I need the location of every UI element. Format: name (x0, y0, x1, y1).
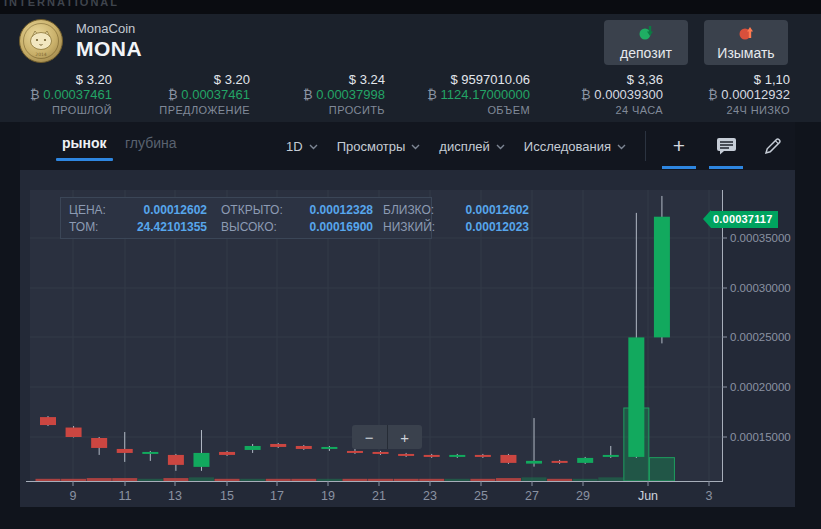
svg-text:0.00030000: 0.00030000 (730, 282, 791, 294)
svg-text:2014: 2014 (35, 52, 47, 57)
deposit-coin-down-icon (638, 25, 655, 43)
svg-text:13: 13 (168, 489, 182, 503)
display-dropdown[interactable]: дисплей (439, 139, 504, 154)
zoom-in-button[interactable]: + (388, 425, 423, 449)
chart-panel: рынок глубина 1D Просмотры дисплей Иссле… (20, 122, 795, 507)
price-tag-arrow-icon (703, 210, 711, 228)
top-banner: INTERNATIONAL (0, 0, 821, 14)
btc-symbol: ₿ (427, 87, 437, 102)
legend-label: ОТКРЫТО: (207, 203, 285, 217)
top-banner-text: INTERNATIONAL (4, 0, 821, 8)
ohlc-legend: ЦЕНА: 0.00012602 ОТКРЫТО: 0.00012328 БЛИ… (60, 197, 432, 239)
studies-dropdown[interactable]: Исследования (524, 139, 626, 154)
chevron-down-icon (411, 144, 420, 150)
pencil-icon (763, 136, 783, 156)
legend-value: 0.00012023 (441, 220, 529, 234)
chart-controls: 1D Просмотры дисплей Исследования + (286, 122, 787, 170)
legend-value: 0.00012328 (285, 203, 373, 217)
legend-label: ЦЕНА: (69, 203, 119, 217)
svg-text:19: 19 (321, 489, 335, 503)
svg-text:27: 27 (525, 489, 539, 503)
svg-text:9: 9 (70, 489, 77, 503)
price-tag-value: 0.00037117 (711, 211, 778, 228)
svg-text:11: 11 (119, 489, 132, 503)
timeframe-dropdown[interactable]: 1D (286, 139, 318, 154)
svg-text:0.00025000: 0.00025000 (730, 331, 791, 343)
chevron-down-icon (496, 144, 505, 150)
legend-label: ТОМ: (69, 220, 119, 234)
svg-text:29: 29 (576, 489, 590, 503)
svg-text:21: 21 (372, 489, 386, 503)
news-feed-button[interactable] (712, 132, 740, 160)
zoom-out-button[interactable]: − (352, 425, 387, 449)
draw-button[interactable] (759, 132, 787, 160)
add-study-button[interactable]: + (665, 132, 693, 160)
svg-text:0.00035000: 0.00035000 (730, 232, 791, 244)
svg-text:15: 15 (220, 489, 234, 503)
legend-value: 24.42101355 (119, 220, 207, 234)
ticker-stats-row: $ 3.20 ₿ 0.00037461 ПРОШЛОЙ $ 3.20 ₿ 0.0… (0, 72, 790, 118)
plus-icon: + (673, 136, 685, 156)
chart-tabs-strip: рынок глубина 1D Просмотры дисплей Иссле… (20, 122, 795, 170)
btc-symbol: ₿ (168, 87, 178, 102)
stat-24h-high: $ 3,36 ₿ 0.00039300 24 ЧАСА (530, 72, 663, 118)
tab-depth[interactable]: глубина (125, 135, 176, 151)
stat-last: $ 3.20 ₿ 0.00037461 ПРОШЛОЙ (0, 72, 112, 118)
svg-text:25: 25 (474, 489, 488, 503)
legend-label: ВЫСОКО: (207, 220, 285, 234)
chevron-down-icon (617, 144, 626, 150)
btc-symbol: ₿ (303, 87, 313, 102)
withdraw-button[interactable]: Изымать (704, 20, 788, 65)
legend-value: 0.00012602 (441, 203, 529, 217)
legend-label: НИЗКИЙ: (373, 220, 441, 234)
toolbar-divider (645, 131, 646, 161)
withdraw-label: Изымать (717, 45, 774, 61)
withdraw-coin-up-icon (738, 25, 755, 43)
chevron-down-icon (309, 144, 318, 150)
svg-text:17: 17 (270, 489, 284, 503)
btc-symbol: ₿ (708, 87, 718, 102)
legend-value: 0.00012602 (119, 203, 207, 217)
svg-text:Jun: Jun (638, 489, 658, 503)
last-price-tag: 0.00037117 (703, 210, 778, 228)
chart-zoom-controls: − + (352, 425, 422, 449)
svg-text:0.00015000: 0.00015000 (730, 431, 791, 443)
deposit-button[interactable]: депозит (604, 20, 688, 65)
news-icon (716, 137, 737, 155)
deposit-label: депозит (620, 45, 672, 61)
stat-bid: $ 3.20 ₿ 0.00037461 ПРЕДЛОЖЕНИЕ (112, 72, 250, 118)
btc-symbol: ₿ (581, 87, 591, 102)
legend-label: БЛИЗКО: (373, 203, 441, 217)
coin-name: MonaCoin (76, 21, 142, 36)
tab-market[interactable]: рынок (62, 135, 107, 151)
stat-volume: $ 9597010.06 ₿ 1124.17000000 ОБЪЕМ (385, 72, 530, 118)
views-dropdown[interactable]: Просмотры (337, 139, 421, 154)
coin-logo-icon: 2014 (18, 18, 64, 64)
svg-text:3: 3 (706, 489, 713, 503)
coin-symbol: MONA (76, 37, 142, 61)
btc-symbol: ₿ (30, 87, 40, 102)
legend-value: 0.00016900 (285, 220, 373, 234)
coin-header: 2014 MonaCoin MONA депозит Изымать $ (0, 14, 821, 122)
stat-24h-low: $ 1,10 ₿ 0.00012932 24Ч НИЗКО (663, 72, 790, 118)
chart-region: 0.000350000.000300000.000250000.00020000… (20, 170, 795, 507)
svg-text:23: 23 (423, 489, 437, 503)
stat-ask: $ 3.24 ₿ 0.00037998 ПРОСИТЬ (250, 72, 385, 118)
svg-text:0.00020000: 0.00020000 (730, 381, 791, 393)
